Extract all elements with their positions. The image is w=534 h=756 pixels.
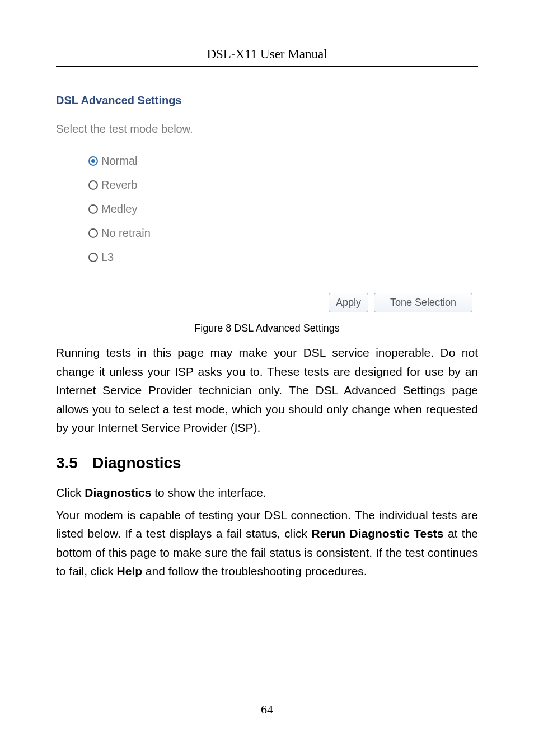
text: Click — [56, 486, 85, 499]
button-row: Apply Tone Selection — [56, 293, 478, 312]
radio-label: No retrain — [101, 227, 151, 240]
diagnostics-intro: Click Diagnostics to show the interface. — [56, 483, 478, 502]
tone-selection-button[interactable]: Tone Selection — [374, 293, 472, 312]
radio-unselected-icon — [88, 204, 98, 214]
section-heading: 3.5 Diagnostics — [56, 454, 478, 472]
page-header-title: DSL-X11 User Manual — [56, 47, 478, 66]
radio-option-reverb[interactable]: Reverb — [88, 179, 478, 192]
radio-option-medley[interactable]: Medley — [88, 203, 478, 216]
radio-unselected-icon — [88, 180, 98, 190]
radio-unselected-icon — [88, 228, 98, 238]
radio-label: Normal — [101, 155, 137, 167]
bold-text: Rerun Diagnostic Tests — [312, 527, 444, 540]
bold-text: Help — [117, 564, 143, 577]
radio-selected-icon — [88, 156, 98, 166]
section-number: 3.5 — [56, 454, 78, 472]
radio-unselected-icon — [88, 253, 98, 262]
diagnostics-paragraph: Your modem is capable of testing your DS… — [56, 506, 478, 581]
radio-label: Medley — [101, 203, 137, 216]
radio-label: L3 — [101, 251, 114, 264]
radio-option-no-retrain[interactable]: No retrain — [88, 227, 478, 240]
radio-option-l3[interactable]: L3 — [88, 251, 478, 264]
text: and follow the troubleshooting procedure… — [142, 564, 367, 577]
section-title: Diagnostics — [92, 454, 181, 472]
body-paragraph-1: Running tests in this page may make your… — [56, 343, 478, 437]
radio-label: Reverb — [101, 179, 137, 192]
header-divider — [56, 66, 478, 67]
dsl-settings-title: DSL Advanced Settings — [56, 94, 478, 107]
dsl-settings-prompt: Select the test mode below. — [56, 123, 478, 136]
page-number: 64 — [0, 702, 534, 717]
radio-option-normal[interactable]: Normal — [88, 155, 478, 167]
bold-text: Diagnostics — [85, 486, 151, 499]
text: to show the interface. — [151, 486, 266, 499]
test-mode-radio-group: Normal Reverb Medley No retrain L3 — [56, 155, 478, 264]
figure-caption: Figure 8 DSL Advanced Settings — [56, 323, 478, 334]
apply-button[interactable]: Apply — [329, 293, 368, 312]
